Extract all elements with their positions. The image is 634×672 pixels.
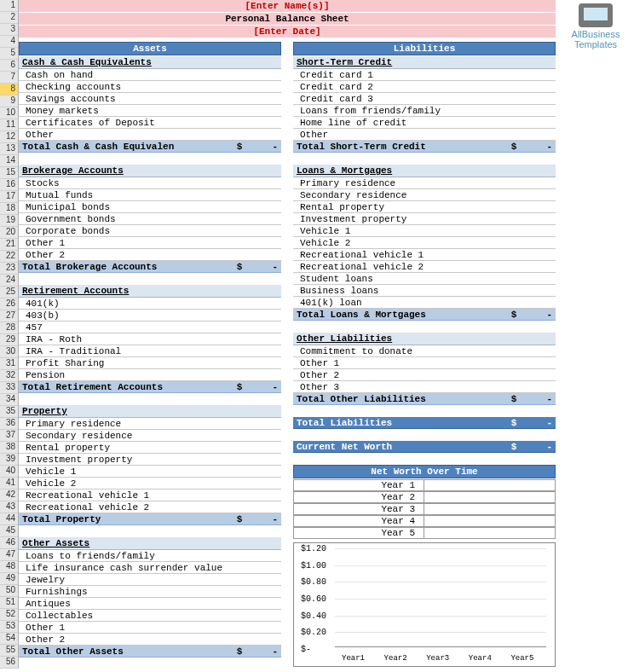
line-item[interactable]: Antiques bbox=[19, 598, 281, 610]
line-item[interactable]: Secondary residence bbox=[19, 430, 281, 442]
line-item[interactable]: Other bbox=[19, 129, 281, 141]
line-item[interactable]: Savings accounts bbox=[19, 93, 281, 105]
line-item[interactable]: 401(k) bbox=[19, 298, 281, 310]
row-number[interactable]: 46 bbox=[0, 537, 18, 549]
row-number[interactable]: 33 bbox=[0, 382, 18, 394]
line-item[interactable]: Credit card 1 bbox=[293, 69, 556, 81]
line-item[interactable]: Investment property bbox=[19, 454, 281, 466]
row-number[interactable]: 22 bbox=[0, 251, 18, 263]
line-item[interactable]: Recreational vehicle 2 bbox=[19, 501, 281, 513]
row-number[interactable]: 19 bbox=[0, 215, 18, 227]
line-item[interactable]: Loans from friends/family bbox=[293, 105, 556, 117]
row-number[interactable]: 9 bbox=[0, 96, 18, 107]
line-item[interactable]: Government bonds bbox=[19, 213, 281, 225]
line-item[interactable]: Profit Sharing bbox=[19, 357, 281, 369]
line-item[interactable]: Other 2 bbox=[19, 249, 281, 261]
row-number[interactable]: 5 bbox=[0, 48, 18, 60]
row-number[interactable]: 10 bbox=[0, 107, 18, 119]
line-item[interactable]: Other 2 bbox=[19, 634, 281, 646]
row-number[interactable]: 17 bbox=[0, 191, 18, 203]
line-item[interactable]: Checking accounts bbox=[19, 81, 281, 93]
row-number[interactable]: 23 bbox=[0, 263, 18, 275]
row-number[interactable]: 27 bbox=[0, 310, 18, 322]
row-number[interactable]: 15 bbox=[0, 167, 18, 179]
line-item[interactable]: Pension bbox=[19, 369, 281, 381]
line-item[interactable]: Mutual funds bbox=[19, 189, 281, 201]
line-item[interactable]: Municipal bonds bbox=[19, 201, 281, 213]
line-item[interactable]: Recreational vehicle 1 bbox=[19, 490, 281, 501]
line-item[interactable]: Certificates of Deposit bbox=[19, 117, 281, 129]
row-number[interactable]: 1 bbox=[0, 0, 18, 12]
row-number[interactable]: 32 bbox=[0, 370, 18, 382]
line-item[interactable]: Rental property bbox=[293, 201, 556, 213]
line-item[interactable]: Investment property bbox=[293, 213, 556, 225]
line-item[interactable]: Vehicle 2 bbox=[19, 478, 281, 490]
line-item[interactable]: Other bbox=[293, 129, 556, 141]
line-item[interactable]: 401(k) loan bbox=[293, 297, 556, 309]
row-number[interactable]: 2 bbox=[0, 12, 18, 24]
line-item[interactable]: Life insurance cash surrender value bbox=[19, 562, 281, 574]
line-item[interactable]: Home line of credit bbox=[293, 117, 556, 129]
row-number[interactable]: 52 bbox=[0, 609, 18, 621]
row-number[interactable]: 25 bbox=[0, 287, 18, 298]
line-item[interactable]: Recreational vehicle 2 bbox=[293, 261, 556, 273]
row-number[interactable]: 51 bbox=[0, 597, 18, 609]
row-number[interactable]: 11 bbox=[0, 119, 18, 131]
row-number[interactable]: 45 bbox=[0, 525, 18, 537]
row-number[interactable]: 38 bbox=[0, 442, 18, 454]
row-number[interactable]: 12 bbox=[0, 131, 18, 143]
row-number[interactable]: 4 bbox=[0, 36, 18, 48]
row-number[interactable]: 16 bbox=[0, 179, 18, 191]
line-item[interactable]: Student loans bbox=[293, 273, 556, 285]
line-item[interactable]: Other 1 bbox=[19, 237, 281, 249]
row-number[interactable]: 56 bbox=[0, 657, 18, 669]
line-item[interactable]: Furnishings bbox=[19, 586, 281, 598]
row-number[interactable]: 39 bbox=[0, 454, 18, 466]
nw-year-row[interactable]: Year 2 bbox=[293, 491, 556, 503]
line-item[interactable]: Secondary residence bbox=[293, 189, 556, 201]
line-item[interactable]: Other 3 bbox=[293, 381, 556, 393]
line-item[interactable]: Loans to friends/family bbox=[19, 550, 281, 562]
nw-year-row[interactable]: Year 3 bbox=[293, 503, 556, 515]
row-number[interactable]: 34 bbox=[0, 394, 18, 406]
line-item[interactable]: Jewelry bbox=[19, 574, 281, 586]
line-item[interactable]: 403(b) bbox=[19, 310, 281, 322]
row-number[interactable]: 49 bbox=[0, 573, 18, 585]
row-number[interactable]: 8 bbox=[0, 84, 18, 96]
row-number[interactable]: 43 bbox=[0, 501, 18, 513]
line-item[interactable]: Primary residence bbox=[293, 177, 556, 189]
row-number[interactable]: 55 bbox=[0, 645, 18, 657]
row-number[interactable]: 48 bbox=[0, 561, 18, 573]
row-number[interactable]: 18 bbox=[0, 203, 18, 215]
row-number[interactable]: 24 bbox=[0, 275, 18, 287]
line-item[interactable]: Corporate bonds bbox=[19, 225, 281, 237]
line-item[interactable]: Vehicle 2 bbox=[293, 237, 556, 249]
row-number[interactable]: 53 bbox=[0, 621, 18, 633]
row-number[interactable]: 30 bbox=[0, 346, 18, 358]
line-item[interactable]: Collectables bbox=[19, 610, 281, 622]
line-item[interactable]: IRA - Traditional bbox=[19, 345, 281, 357]
row-number[interactable]: 31 bbox=[0, 358, 18, 370]
line-item[interactable]: Rental property bbox=[19, 442, 281, 454]
row-number[interactable]: 29 bbox=[0, 334, 18, 346]
row-number[interactable]: 7 bbox=[0, 72, 18, 84]
line-item[interactable]: Other 1 bbox=[293, 357, 556, 369]
line-item[interactable]: Other 1 bbox=[19, 622, 281, 634]
row-number[interactable]: 41 bbox=[0, 478, 18, 490]
line-item[interactable]: Credit card 2 bbox=[293, 81, 556, 93]
row-number[interactable]: 36 bbox=[0, 418, 18, 430]
row-number[interactable]: 26 bbox=[0, 298, 18, 310]
row-number[interactable]: 50 bbox=[0, 585, 18, 597]
row-number[interactable]: 20 bbox=[0, 227, 18, 239]
row-number[interactable]: 28 bbox=[0, 322, 18, 334]
row-number[interactable]: 35 bbox=[0, 406, 18, 418]
row-number[interactable]: 44 bbox=[0, 513, 18, 525]
line-item[interactable]: Money markets bbox=[19, 105, 281, 117]
nw-year-row[interactable]: Year 5 bbox=[293, 527, 556, 539]
line-item[interactable]: Stocks bbox=[19, 177, 281, 189]
line-item[interactable]: Other 2 bbox=[293, 369, 556, 381]
header-name[interactable]: [Enter Name(s)] bbox=[19, 0, 556, 12]
row-number[interactable]: 42 bbox=[0, 490, 18, 501]
line-item[interactable]: Business loans bbox=[293, 285, 556, 297]
header-date[interactable]: [Enter Date] bbox=[19, 26, 556, 38]
